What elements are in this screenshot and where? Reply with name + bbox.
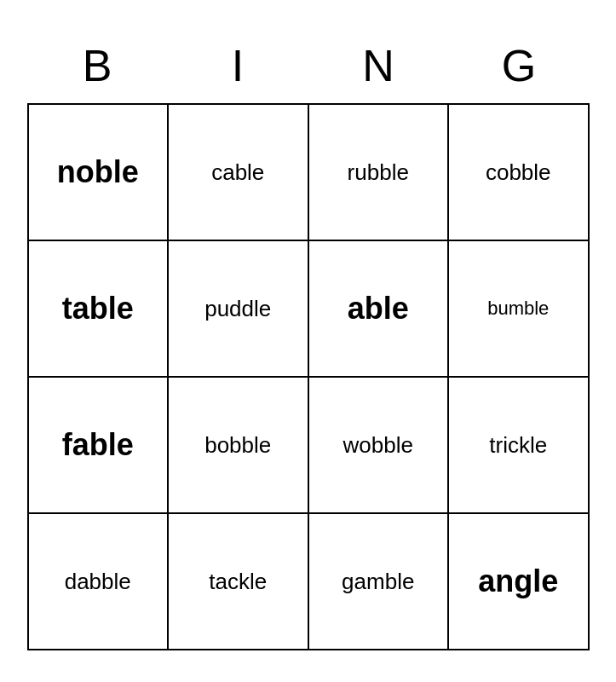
cell-text-0-0: noble (57, 154, 139, 190)
cell-text-2-0: fable (62, 427, 134, 463)
bingo-card: BING noblecablerubblecobbletablepuddleab… (27, 32, 590, 650)
header-letter-b: B (27, 32, 168, 103)
cell-text-3-3: angle (478, 564, 558, 599)
bingo-cell-3-3: angle (449, 514, 590, 650)
cell-text-1-3: bumble (487, 298, 549, 320)
bingo-cell-0-0: noble (29, 105, 170, 241)
cell-text-0-1: cable (211, 159, 264, 186)
cell-text-0-3: cobble (486, 159, 551, 186)
cell-text-1-2: able (348, 291, 409, 327)
bingo-cell-2-2: wobble (309, 378, 450, 514)
bingo-cell-2-0: fable (29, 378, 170, 514)
cell-text-3-1: tackle (209, 569, 267, 595)
bingo-cell-2-1: bobble (169, 378, 309, 514)
bingo-cell-1-1: puddle (169, 241, 309, 378)
bingo-cell-3-2: gamble (309, 514, 450, 650)
cell-text-1-0: table (62, 291, 134, 327)
bingo-cell-1-2: able (309, 241, 450, 378)
cell-text-3-2: gamble (342, 569, 414, 595)
bingo-cell-1-3: bumble (449, 241, 590, 378)
bingo-cell-3-0: dabble (29, 514, 170, 650)
bingo-cell-0-1: cable (169, 105, 309, 241)
bingo-cell-0-3: cobble (449, 105, 590, 241)
bingo-cell-1-0: table (29, 241, 170, 378)
bingo-grid: noblecablerubblecobbletablepuddleablebum… (27, 103, 590, 650)
bingo-cell-3-1: tackle (169, 514, 309, 650)
header-letter-n: N (308, 32, 449, 103)
bingo-cell-2-3: trickle (449, 378, 590, 514)
cell-text-1-1: puddle (204, 296, 271, 322)
header-letter-g: G (449, 32, 590, 103)
cell-text-2-3: trickle (489, 432, 547, 459)
cell-text-2-2: wobble (343, 432, 413, 459)
cell-text-2-1: bobble (204, 432, 271, 459)
bingo-header: BING (27, 32, 590, 103)
cell-text-0-2: rubble (348, 159, 409, 186)
cell-text-3-0: dabble (65, 569, 131, 595)
header-letter-i: I (168, 32, 308, 103)
bingo-cell-0-2: rubble (309, 105, 450, 241)
